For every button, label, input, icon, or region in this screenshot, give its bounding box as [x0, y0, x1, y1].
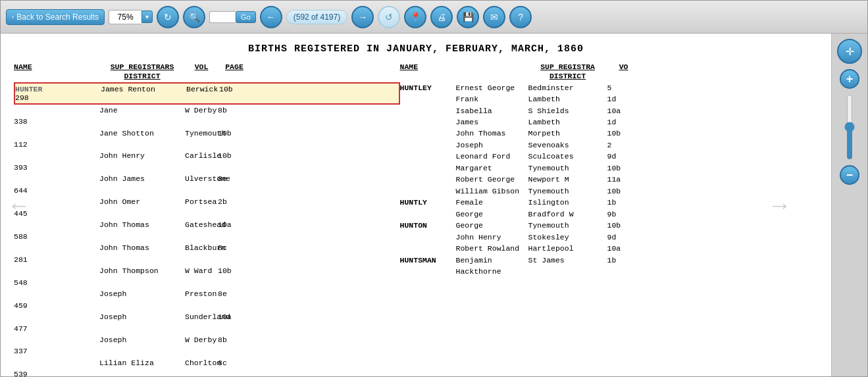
row-district: Gateshead	[185, 219, 218, 230]
left-header-page: PAGE	[218, 63, 251, 81]
zoom-minus-button[interactable]: −	[840, 165, 859, 185]
pin-button[interactable]: 📍	[404, 6, 426, 28]
row-right-district: Lambeth	[528, 116, 607, 128]
zoom-input[interactable]	[109, 10, 141, 24]
row-district: Ulverstone	[185, 173, 218, 184]
row-right-firstname: Robert George	[456, 174, 528, 185]
left-data-row: John Omer Portsea 2b 445	[14, 196, 400, 219]
page-input-group: Go	[209, 11, 256, 23]
sync-icon: ↺	[385, 12, 393, 22]
row-right-vol: 10a	[607, 105, 640, 116]
row-right-surname	[400, 151, 456, 162]
zoom-in-button[interactable]: 🔍	[183, 6, 205, 28]
left-arrow-icon: ←	[7, 191, 31, 218]
row-right-district: Morpeth	[528, 128, 607, 139]
row-vol: 10a	[218, 219, 251, 230]
highlighted-district: Berwick	[186, 85, 219, 93]
row-right-district: Tynemouth	[528, 220, 607, 231]
row-right-firstname: Joseph	[456, 139, 528, 151]
print-button[interactable]: 🖨	[430, 6, 453, 28]
row-firstname: John Thompson	[99, 265, 185, 276]
right-data-row: Joseph Sevenoaks 2	[400, 139, 818, 151]
row-vol: 8c	[218, 242, 251, 253]
content-area: ← BIRTHS REGISTERED IN JANUARY, FEBRUARY…	[1, 34, 867, 376]
row-right-firstname: Female	[456, 197, 528, 208]
chevron-left-icon: ‹	[12, 13, 14, 20]
minus-icon: −	[846, 168, 854, 182]
forward-nav-button[interactable]: →	[351, 6, 374, 28]
row-right-surname	[400, 243, 456, 254]
row-right-surname	[400, 163, 456, 174]
back-nav-button[interactable]: ←	[260, 6, 282, 28]
row-right-vol: 10b	[607, 163, 640, 174]
row-right-firstname: Frank	[456, 93, 528, 105]
row-right-district: S Shields	[528, 105, 607, 116]
row-right-vol: 9d	[607, 232, 640, 243]
left-header-name: NAME	[14, 63, 99, 81]
go-button[interactable]: Go	[236, 11, 256, 23]
save-button[interactable]: 💾	[457, 6, 479, 28]
zoom-plus-button[interactable]: +	[840, 69, 859, 89]
sync-button[interactable]: ↺	[378, 6, 400, 28]
right-section: NAME SUP REGISTRA DISTRICT VO HUNTLEY Er…	[400, 63, 818, 376]
left-rows-container: Jane W Derby 8b 338 Jane Shotton Tynemou…	[14, 105, 400, 376]
row-vol: 8e	[218, 288, 251, 299]
row-surname	[14, 173, 99, 184]
document-title: BIRTHS REGISTERED IN JANUARY, FEBRUARY, …	[14, 43, 818, 55]
row-right-firstname: Leonard Ford	[456, 151, 528, 162]
row-right-firstname: Robert Rowland	[456, 243, 528, 254]
left-data-row: Jane W Derby 8b 338	[14, 105, 400, 128]
row-district: W Derby	[185, 334, 218, 345]
email-icon: ✉	[490, 12, 498, 22]
highlighted-firstname: James Renton	[101, 85, 186, 93]
row-right-surname	[400, 105, 456, 116]
row-surname	[14, 288, 99, 299]
row-page: 588	[14, 231, 99, 242]
right-header-name: NAME	[400, 63, 456, 81]
pan-icon: ✛	[846, 45, 854, 58]
left-data-row: John Thompson W Ward 10b 548	[14, 265, 400, 288]
zoom-slider[interactable]	[846, 94, 853, 160]
page-counter: (592 of 4197)	[286, 10, 347, 24]
row-right-district: Stokesley	[528, 232, 607, 243]
pin-icon: 📍	[410, 12, 421, 22]
row-district: Carlisle	[185, 150, 218, 161]
row-page: 112	[14, 139, 99, 150]
refresh-button[interactable]: ↻	[157, 6, 179, 28]
right-data-row: Frank Lambeth 1d	[400, 93, 818, 105]
row-surname	[14, 105, 99, 116]
row-right-vol: 1d	[607, 116, 640, 128]
pan-button[interactable]: ✛	[837, 39, 862, 64]
right-data-row: James Lambeth 1d	[400, 116, 818, 128]
row-vol: 8c	[218, 357, 251, 368]
left-data-row: Lilian Eliza Chorlton 8c 539	[14, 357, 400, 376]
row-district: Sunderland	[185, 311, 218, 322]
row-vol: 2b	[218, 196, 251, 207]
right-data-row: John Thomas Morpeth 10b	[400, 128, 818, 139]
save-icon: 💾	[463, 12, 474, 22]
left-nav-arrow[interactable]: ←	[7, 191, 31, 219]
right-nav-arrow[interactable]: →	[768, 191, 792, 219]
row-right-firstname: Ernest George	[456, 82, 528, 93]
back-to-search-button[interactable]: ‹ Back to Search Results	[6, 9, 105, 25]
help-button[interactable]: ?	[509, 6, 532, 28]
page-number-input[interactable]	[209, 11, 236, 23]
right-data-row: Margaret Tynemouth 10b	[400, 163, 818, 174]
row-right-district: Sculcoates	[528, 151, 607, 162]
right-data-row: William Gibson Tynemouth 10b	[400, 186, 818, 197]
row-district: W Derby	[185, 105, 218, 116]
refresh-icon: ↻	[164, 12, 172, 22]
row-surname	[14, 128, 99, 139]
zoom-in-icon: 🔍	[189, 12, 200, 22]
zoom-dropdown-arrow[interactable]: ▾	[141, 11, 153, 23]
row-surname	[14, 357, 99, 368]
row-right-district: Newport M	[528, 174, 607, 185]
row-right-surname: HUNTON	[400, 220, 456, 231]
row-page: 281	[14, 254, 99, 265]
row-district: Blackburn	[185, 242, 218, 253]
row-right-district: Tynemouth	[528, 163, 607, 174]
email-button[interactable]: ✉	[483, 6, 505, 28]
left-data-row: John Henry Carlisle 10b 393	[14, 150, 400, 173]
row-right-firstname: George	[456, 209, 528, 220]
right-data-row: HUNTSMAN Benjamin Hackthorne St James 1b	[400, 255, 818, 278]
